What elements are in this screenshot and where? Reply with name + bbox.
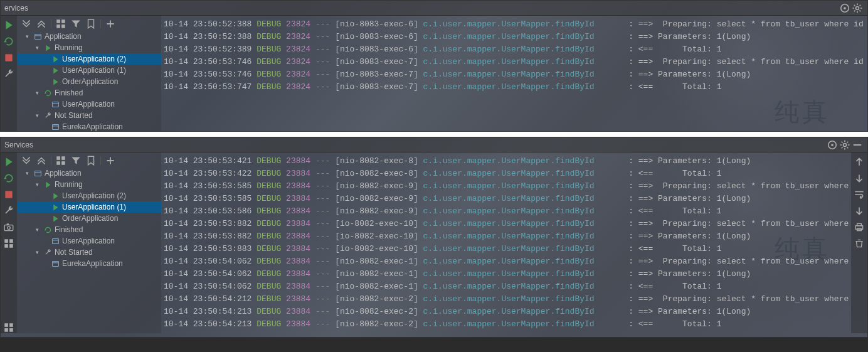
rerun-icon[interactable] [3,36,14,47]
tree-finished-app[interactable]: UserApplication [17,235,161,247]
svg-rect-25 [9,244,13,248]
arrow-up-icon[interactable] [854,156,865,168]
log-line: 10-14 23:50:52:388 DEBUG 23824 --- [nio-… [161,31,867,43]
tree-node-application[interactable]: ▾ Application [17,168,161,179]
chevron-down-icon: ▾ [33,249,41,255]
tree-label: Running [55,180,83,189]
arrow-down-icon[interactable] [854,173,865,184]
tree-label: UserApplication (1) [62,203,126,211]
chevron-down-icon: ▾ [23,33,31,40]
svg-point-2 [856,6,859,9]
log-line: 10-14 23:50:53:882 DEBUG 23884 --- [io-8… [161,230,851,243]
play-icon [51,66,60,75]
tree-node-finished[interactable]: ▾ Finished [17,224,161,235]
tree-label: Application [45,32,82,41]
tree-node-notstarted[interactable]: ▾ Not Started [17,110,161,121]
camera-icon[interactable] [3,221,14,233]
play-icon [43,43,52,52]
tree-label: Running [55,43,83,52]
bookmark-icon[interactable] [85,155,97,166]
tree-node-finished[interactable]: ▾ Finished [17,87,161,99]
svg-rect-41 [857,223,862,225]
rerun-icon[interactable] [3,173,14,184]
svg-rect-30 [56,156,60,160]
app-icon [51,100,60,109]
tree-node-running[interactable]: ▾ Running [17,179,161,190]
add-icon[interactable] [105,155,116,166]
grid-icon[interactable] [55,18,66,29]
tree-node-notstarted[interactable]: ▾ Not Started [17,247,161,258]
trash-icon[interactable] [854,238,865,249]
add-icon[interactable] [105,18,116,29]
run-icon[interactable] [3,19,14,31]
tree-label: EurekaApplication [62,259,123,268]
expand-all-icon[interactable] [21,18,32,29]
services-panel: ervices [0,0,868,132]
gear-icon[interactable] [839,139,851,151]
target-icon[interactable] [839,2,851,14]
chevron-down-icon: ▾ [33,227,41,233]
play-icon [51,77,60,86]
tree-label: Not Started [55,248,93,257]
gear-icon[interactable] [851,2,864,14]
log-output[interactable]: 10-14 23:50:53:421 DEBUG 23884 --- [nio-… [161,152,851,333]
bookmark-icon[interactable] [85,18,97,29]
tree-node-application[interactable]: ▾ Application [17,31,161,42]
log-line: 10-14 23:50:54:213 DEBUG 23884 --- [nio-… [161,318,851,331]
tree-app-1[interactable]: UserApplication (1) [17,65,161,76]
svg-rect-21 [7,223,9,225]
log-line: 10-14 23:50:53:422 DEBUG 23884 --- [nio-… [161,168,851,180]
chevron-down-icon: ▾ [33,181,41,188]
stop-icon[interactable] [3,52,14,63]
collapse-all-icon[interactable] [36,155,47,166]
layout-icon[interactable] [3,322,14,333]
minimize-icon[interactable] [851,139,864,151]
log-line: 10-14 23:50:54:212 DEBUG 23884 --- [nio-… [161,293,851,306]
svg-rect-34 [34,171,41,176]
grid-icon[interactable] [55,155,66,166]
app-icon [51,122,60,131]
wrap-icon[interactable] [854,189,865,200]
rerun-icon [43,225,52,234]
svg-rect-23 [9,239,13,243]
log-line: 10-14 23:50:53:882 DEBUG 23884 --- [io-8… [161,218,851,230]
print-icon[interactable] [854,221,865,233]
expand-all-icon[interactable] [21,155,32,166]
collapse-all-icon[interactable] [36,18,47,29]
stop-icon[interactable] [3,189,14,200]
wrench-icon[interactable] [3,205,14,216]
target-icon[interactable] [826,139,839,151]
log-output[interactable]: 10-14 23:50:52:388 DEBUG 23824 --- [nio-… [161,16,867,132]
tree-app-2[interactable]: OrderApplication [17,213,161,224]
svg-rect-8 [34,34,41,39]
grid-icon[interactable] [3,238,14,249]
svg-rect-5 [61,19,65,23]
run-icon[interactable] [3,156,14,168]
log-line: 10-14 23:50:54:213 DEBUG 23884 --- [nio-… [161,306,851,318]
chevron-down-icon: ▾ [33,112,41,119]
log-line: 10-14 23:50:54:062 DEBUG 23884 --- [nio-… [161,268,851,280]
tree-label: OrderApplication [62,214,118,223]
app-icon [33,32,42,41]
tree-node-running[interactable]: ▾ Running [17,42,161,53]
svg-rect-26 [4,323,8,327]
tree-label: UserApplication [62,100,115,109]
app-icon [33,169,42,178]
tree-notstarted-app[interactable]: EurekaApplication [17,121,161,132]
tree-app-1[interactable]: UserApplication (1) [17,201,161,213]
tree-finished-app[interactable]: UserApplication [17,99,161,110]
tree-app-0[interactable]: UserApplication (2) [17,53,161,65]
tree-app-0[interactable]: UserApplication (2) [17,190,161,201]
tree-panel: ▾ Application ▾ Running UserApplication … [17,152,161,333]
tree-label: Finished [55,88,83,97]
wrench-icon[interactable] [3,68,14,80]
scroll-end-icon[interactable] [854,205,865,216]
tree-app-2[interactable]: OrderApplication [17,76,161,87]
tree-notstarted-app[interactable]: EurekaApplication [17,258,161,269]
filter-icon[interactable] [70,18,82,29]
filter-icon[interactable] [70,155,82,166]
rerun-icon [43,88,52,97]
play-icon [51,55,60,63]
svg-point-16 [844,143,847,146]
svg-rect-32 [56,161,60,165]
